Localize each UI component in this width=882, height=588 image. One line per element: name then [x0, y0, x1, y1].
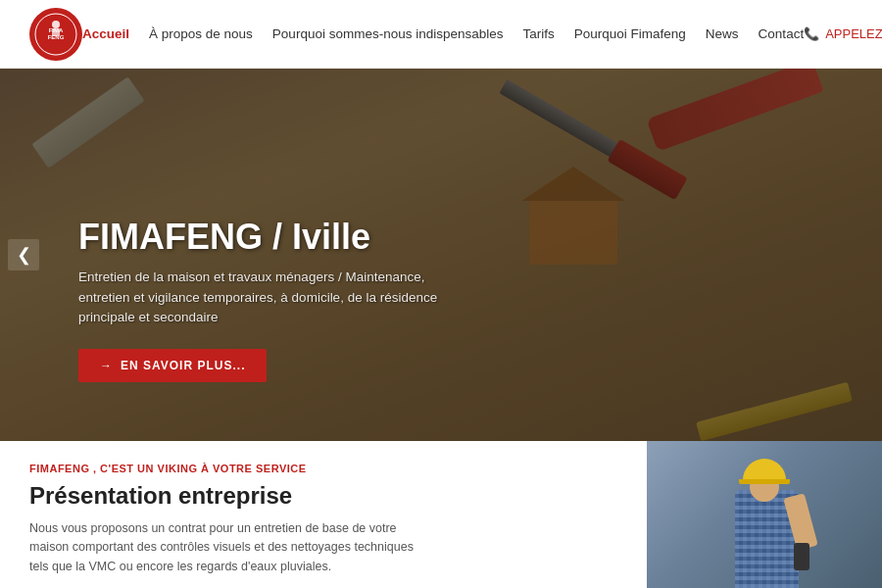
phone-area: 📞 APPELEZ-NOUS: (+33) 02 32 35 15 10: [804, 26, 882, 41]
nav-item-pourquoi-fimafeng[interactable]: Pourquoi Fimafeng: [574, 26, 686, 41]
hero-cta-arrow: →: [100, 359, 113, 372]
nav-item-tarifs[interactable]: Tarifs: [523, 26, 555, 41]
hero-content: FIMAFENG / Iville Entretien de la maison…: [78, 218, 451, 382]
nav-item-news[interactable]: News: [706, 26, 739, 41]
hero-prev-button[interactable]: ❮: [8, 239, 39, 270]
hero-cta-label: EN SAVOIR PLUS...: [121, 359, 245, 372]
bottom-right-image: [647, 441, 882, 588]
nav-item-apropos[interactable]: À propos de nous: [149, 26, 253, 41]
bottom-section: FIMAFENG , C'EST UN VIKING À VOTRE SERVI…: [0, 441, 882, 588]
svg-point-3: [52, 21, 60, 28]
logo-icon: FIMA FENG: [34, 13, 77, 56]
logo[interactable]: FIMA FENG: [29, 8, 82, 61]
bottom-description: Nous vous proposons un contrat pour un e…: [29, 519, 421, 576]
nav-item-pourquoi-sommes[interactable]: Pourquoi sommes-nous indispensables: [272, 26, 504, 41]
bottom-tag: FIMAFENG , C'EST UN VIKING À VOTRE SERVI…: [29, 463, 617, 474]
bottom-left-content: FIMAFENG , C'EST UN VIKING À VOTRE SERVI…: [0, 441, 647, 588]
phone-icon: 📞: [804, 26, 819, 41]
technician-image: [647, 441, 882, 588]
hero-subtitle: Entretien de la maison et travaux ménage…: [78, 268, 451, 327]
phone-label: APPELEZ-NOUS:: [825, 26, 882, 41]
main-nav: Accueil À propos de nous Pourquoi sommes…: [82, 26, 804, 41]
nav-item-accueil[interactable]: Accueil: [82, 26, 129, 41]
nav-item-contact[interactable]: Contact: [759, 26, 805, 41]
hero-section: ❮ FIMAFENG / Iville Entretien de la mais…: [0, 69, 882, 441]
phone: [794, 543, 809, 570]
hero-cta-button[interactable]: → EN SAVOIR PLUS...: [78, 349, 267, 382]
hero-title: FIMAFENG / Iville: [78, 218, 451, 257]
bottom-title: Présentation entreprise: [29, 482, 617, 510]
svg-rect-4: [52, 28, 60, 36]
header: FIMA FENG Accueil À propos de nous Pourq…: [0, 0, 882, 69]
person-figure: [715, 443, 813, 588]
hard-hat-brim: [739, 479, 790, 484]
logo-area: FIMA FENG: [29, 8, 82, 61]
